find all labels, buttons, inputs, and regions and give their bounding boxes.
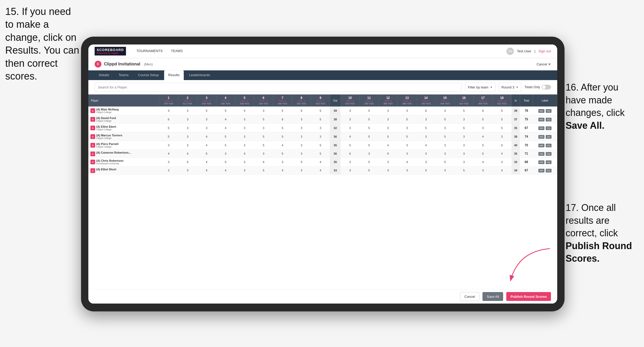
- hole-4-score[interactable]: 3: [216, 150, 235, 158]
- hole-6-score[interactable]: 5: [254, 166, 273, 175]
- hole-7-score[interactable]: 5: [273, 124, 292, 132]
- hole-3-score[interactable]: 3: [197, 124, 216, 132]
- hole-13-score[interactable]: 3: [398, 141, 417, 150]
- hole-2-score[interactable]: 3: [178, 166, 197, 175]
- hole-10-score[interactable]: 5: [341, 141, 360, 150]
- hole-5-score[interactable]: 3: [235, 124, 254, 132]
- hole-18-score[interactable]: 5: [492, 107, 511, 115]
- hole-4-score[interactable]: 5: [216, 132, 235, 141]
- hole-17-score[interactable]: 5: [473, 115, 492, 124]
- hole-10-score[interactable]: 3: [341, 115, 360, 124]
- dq-label[interactable]: DQ: [546, 144, 551, 147]
- hole-6-score[interactable]: 3: [254, 150, 273, 158]
- hole-1-score[interactable]: 5: [159, 124, 178, 132]
- hole-12-score[interactable]: 5: [378, 132, 398, 141]
- hole-9-score[interactable]: 4: [311, 158, 330, 166]
- hole-17-score[interactable]: 5: [473, 141, 492, 150]
- save-all-button[interactable]: Save All: [482, 292, 503, 301]
- tab-teams[interactable]: Teams: [114, 70, 133, 80]
- hole-12-score[interactable]: 3: [378, 124, 398, 132]
- hole-18-score[interactable]: 5: [492, 115, 511, 124]
- tab-results[interactable]: Results: [164, 70, 184, 80]
- hole-16-score[interactable]: 3: [455, 141, 474, 150]
- hole-18-score[interactable]: 4: [492, 150, 511, 158]
- hole-11-score[interactable]: 5: [360, 107, 379, 115]
- hole-12-score[interactable]: 4: [378, 141, 398, 150]
- hole-10-score[interactable]: 3: [341, 124, 360, 132]
- hole-11-score[interactable]: 3: [360, 150, 379, 158]
- hole-13-score[interactable]: 4: [398, 158, 417, 166]
- hole-18-score[interactable]: 6: [492, 141, 511, 150]
- hole-17-score[interactable]: 4: [473, 132, 492, 141]
- wd-label[interactable]: WD: [538, 109, 544, 113]
- hole-17-score[interactable]: 5: [473, 150, 492, 158]
- publish-round-scores-button[interactable]: Publish Round Scores: [506, 292, 551, 301]
- hole-18-score[interactable]: 3: [492, 132, 511, 141]
- hole-9-score[interactable]: 5: [311, 150, 330, 158]
- hole-5-score[interactable]: 4: [235, 107, 254, 115]
- dq-label[interactable]: DQ: [546, 152, 551, 156]
- dq-label[interactable]: DQ: [546, 160, 551, 164]
- hole-6-score[interactable]: 5: [254, 132, 273, 141]
- hole-15-score[interactable]: 3: [435, 107, 455, 115]
- hole-16-score[interactable]: 3: [455, 150, 474, 158]
- hole-7-score[interactable]: 6: [273, 115, 292, 124]
- hole-17-score[interactable]: 6: [473, 107, 492, 115]
- hole-10-score[interactable]: 3: [341, 166, 360, 175]
- hole-14-score[interactable]: 5: [417, 166, 436, 175]
- hole-16-score[interactable]: 5: [455, 107, 474, 115]
- hole-13-score[interactable]: 5: [398, 115, 417, 124]
- hole-13-score[interactable]: 3: [398, 124, 417, 132]
- wd-label[interactable]: WD: [538, 144, 544, 147]
- hole-3-score[interactable]: 4: [197, 158, 216, 166]
- hole-8-score[interactable]: 3: [292, 115, 311, 124]
- hole-6-score[interactable]: 3: [254, 124, 273, 132]
- tab-details[interactable]: Details: [95, 70, 113, 80]
- hole-3-score[interactable]: 4: [197, 166, 216, 175]
- hole-14-score[interactable]: 3: [417, 132, 436, 141]
- hole-1-score[interactable]: 3: [159, 166, 178, 175]
- round-dropdown[interactable]: Round 3 ▼: [499, 83, 521, 92]
- hole-13-score[interactable]: 3: [398, 166, 417, 175]
- hole-17-score[interactable]: 3: [473, 166, 492, 175]
- wd-label[interactable]: WD: [538, 118, 544, 121]
- hole-3-score[interactable]: 5: [197, 107, 216, 115]
- hole-13-score[interactable]: 3: [398, 150, 417, 158]
- hole-7-score[interactable]: 4: [273, 141, 292, 150]
- hole-10-score[interactable]: 3: [341, 107, 360, 115]
- hole-6-score[interactable]: 5: [254, 141, 273, 150]
- hole-5-score[interactable]: 3: [235, 115, 254, 124]
- hole-3-score[interactable]: 5: [197, 150, 216, 158]
- hole-13-score[interactable]: 3: [398, 107, 417, 115]
- tab-leaderboards[interactable]: Leaderboards: [185, 70, 214, 80]
- hole-10-score[interactable]: 6: [341, 150, 360, 158]
- hole-9-score[interactable]: 3: [311, 132, 330, 141]
- hole-1-score[interactable]: 3: [159, 141, 178, 150]
- hole-18-score[interactable]: 5: [492, 124, 511, 132]
- hole-11-score[interactable]: 5: [360, 166, 379, 175]
- hole-6-score[interactable]: 5: [254, 115, 273, 124]
- hole-7-score[interactable]: 3: [273, 158, 292, 166]
- hole-3-score[interactable]: 4: [197, 141, 216, 150]
- hole-4-score[interactable]: 5: [216, 158, 235, 166]
- hole-15-score[interactable]: 3: [435, 141, 455, 150]
- wd-label[interactable]: WD: [538, 160, 544, 164]
- hole-3-score[interactable]: 4: [197, 132, 216, 141]
- cancel-tournament-button[interactable]: Cancel ✕: [537, 62, 551, 66]
- dq-label[interactable]: DQ: [546, 135, 551, 139]
- cancel-button[interactable]: Cancel: [460, 292, 479, 301]
- hole-16-score[interactable]: 3: [455, 115, 474, 124]
- dq-label[interactable]: DQ: [546, 109, 551, 113]
- hole-15-score[interactable]: 3: [435, 124, 455, 132]
- hole-12-score[interactable]: 3: [378, 107, 398, 115]
- hole-6-score[interactable]: 4: [254, 158, 273, 166]
- hole-2-score[interactable]: 4: [178, 150, 197, 158]
- hole-12-score[interactable]: 3: [378, 166, 398, 175]
- hole-16-score[interactable]: 6: [455, 124, 474, 132]
- hole-8-score[interactable]: 3: [292, 166, 311, 175]
- hole-2-score[interactable]: 3: [178, 124, 197, 132]
- hole-11-score[interactable]: 5: [360, 132, 379, 141]
- hole-15-score[interactable]: 3: [435, 166, 455, 175]
- hole-2-score[interactable]: 3: [178, 107, 197, 115]
- hole-4-score[interactable]: 4: [216, 115, 235, 124]
